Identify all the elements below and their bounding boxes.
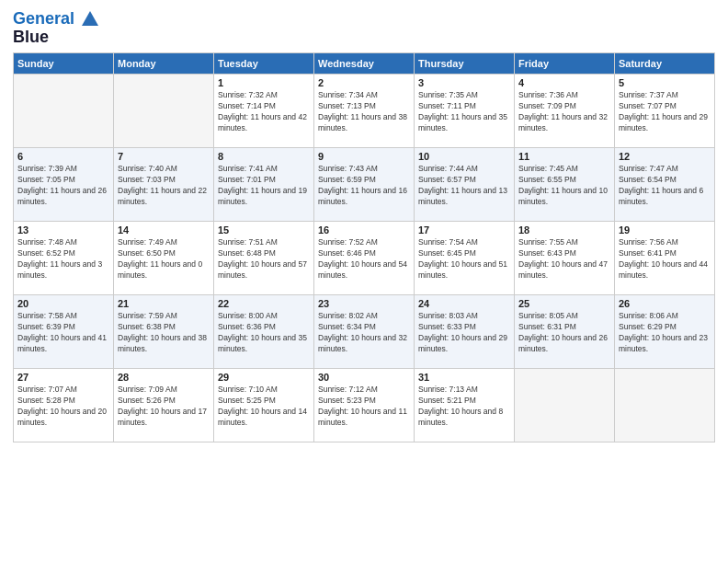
day-number: 30 <box>318 372 410 383</box>
calendar-cell: 4Sunrise: 7:36 AMSunset: 7:09 PMDaylight… <box>515 75 615 148</box>
logo-text: General <box>13 9 101 29</box>
day-number: 27 <box>17 372 109 383</box>
calendar-cell: 25Sunrise: 8:05 AMSunset: 6:31 PMDayligh… <box>515 295 615 369</box>
weekday-header-monday: Monday <box>114 53 214 75</box>
day-number: 21 <box>118 298 210 309</box>
weekday-header-sunday: Sunday <box>14 53 114 75</box>
svg-marker-0 <box>82 11 98 26</box>
calendar-cell: 3Sunrise: 7:35 AMSunset: 7:11 PMDaylight… <box>415 75 515 148</box>
day-number: 23 <box>318 298 410 309</box>
calendar-cell: 12Sunrise: 7:47 AMSunset: 6:54 PMDayligh… <box>615 148 715 222</box>
calendar-cell: 20Sunrise: 7:58 AMSunset: 6:39 PMDayligh… <box>14 295 114 369</box>
day-number: 5 <box>619 77 711 88</box>
calendar-cell: 6Sunrise: 7:39 AMSunset: 7:05 PMDaylight… <box>14 148 114 222</box>
day-detail: Sunrise: 8:03 AMSunset: 6:33 PMDaylight:… <box>418 311 510 355</box>
day-detail: Sunrise: 7:45 AMSunset: 6:55 PMDaylight:… <box>518 164 610 208</box>
weekday-header-friday: Friday <box>515 53 615 75</box>
page-container: General Blue SundayMondayTuesdayWednesda… <box>0 0 728 452</box>
day-number: 14 <box>118 224 210 236</box>
weekday-header-saturday: Saturday <box>615 53 715 75</box>
day-number: 6 <box>17 151 109 162</box>
day-number: 3 <box>418 77 510 88</box>
day-number: 31 <box>418 372 510 383</box>
day-detail: Sunrise: 7:51 AMSunset: 6:48 PMDaylight:… <box>218 237 310 282</box>
header: General Blue <box>13 9 715 47</box>
calendar-cell: 28Sunrise: 7:09 AMSunset: 5:26 PMDayligh… <box>114 369 214 442</box>
day-detail: Sunrise: 7:40 AMSunset: 7:03 PMDaylight:… <box>118 164 210 208</box>
calendar-cell: 16Sunrise: 7:52 AMSunset: 6:46 PMDayligh… <box>314 222 415 295</box>
weekday-header-wednesday: Wednesday <box>314 53 415 75</box>
calendar-cell <box>615 369 715 442</box>
day-detail: Sunrise: 8:00 AMSunset: 6:36 PMDaylight:… <box>218 311 310 355</box>
day-detail: Sunrise: 7:43 AMSunset: 6:59 PMDaylight:… <box>318 164 410 208</box>
calendar-week-4: 20Sunrise: 7:58 AMSunset: 6:39 PMDayligh… <box>14 295 715 369</box>
day-number: 20 <box>17 298 109 309</box>
day-number: 17 <box>418 224 510 236</box>
day-number: 2 <box>318 77 410 88</box>
calendar-week-2: 6Sunrise: 7:39 AMSunset: 7:05 PMDaylight… <box>14 148 715 222</box>
logo: General Blue <box>13 9 101 47</box>
calendar-table: SundayMondayTuesdayWednesdayThursdayFrid… <box>13 52 715 442</box>
calendar-cell: 30Sunrise: 7:12 AMSunset: 5:23 PMDayligh… <box>314 369 415 442</box>
day-number: 25 <box>518 298 610 309</box>
calendar-cell: 5Sunrise: 7:37 AMSunset: 7:07 PMDaylight… <box>615 75 715 148</box>
day-detail: Sunrise: 7:35 AMSunset: 7:11 PMDaylight:… <box>418 90 510 134</box>
day-detail: Sunrise: 8:02 AMSunset: 6:34 PMDaylight:… <box>318 311 410 355</box>
calendar-cell: 27Sunrise: 7:07 AMSunset: 5:28 PMDayligh… <box>14 369 114 442</box>
calendar-cell: 19Sunrise: 7:56 AMSunset: 6:41 PMDayligh… <box>615 222 715 295</box>
day-detail: Sunrise: 7:32 AMSunset: 7:14 PMDaylight:… <box>218 90 310 134</box>
day-number: 26 <box>619 298 711 309</box>
weekday-header-tuesday: Tuesday <box>214 53 314 75</box>
day-number: 16 <box>318 224 410 236</box>
day-detail: Sunrise: 7:52 AMSunset: 6:46 PMDaylight:… <box>318 237 410 282</box>
day-detail: Sunrise: 7:13 AMSunset: 5:21 PMDaylight:… <box>418 385 510 429</box>
calendar-cell: 23Sunrise: 8:02 AMSunset: 6:34 PMDayligh… <box>314 295 415 369</box>
day-number: 19 <box>619 224 711 236</box>
calendar-week-5: 27Sunrise: 7:07 AMSunset: 5:28 PMDayligh… <box>14 369 715 442</box>
logo-blue: Blue <box>13 28 101 47</box>
day-number: 12 <box>619 151 711 162</box>
day-number: 15 <box>218 224 310 236</box>
logo-icon <box>80 9 100 29</box>
day-detail: Sunrise: 7:44 AMSunset: 6:57 PMDaylight:… <box>418 164 510 208</box>
calendar-cell <box>114 75 214 148</box>
day-number: 4 <box>518 77 610 88</box>
day-number: 9 <box>318 151 410 162</box>
calendar-cell <box>515 369 615 442</box>
day-number: 11 <box>518 151 610 162</box>
day-detail: Sunrise: 8:05 AMSunset: 6:31 PMDaylight:… <box>518 311 610 355</box>
weekday-header-thursday: Thursday <box>415 53 515 75</box>
calendar-cell: 22Sunrise: 8:00 AMSunset: 6:36 PMDayligh… <box>214 295 314 369</box>
calendar-cell: 9Sunrise: 7:43 AMSunset: 6:59 PMDaylight… <box>314 148 415 222</box>
day-number: 28 <box>118 372 210 383</box>
calendar-cell: 31Sunrise: 7:13 AMSunset: 5:21 PMDayligh… <box>415 369 515 442</box>
day-number: 1 <box>218 77 310 88</box>
day-number: 10 <box>418 151 510 162</box>
day-detail: Sunrise: 7:10 AMSunset: 5:25 PMDaylight:… <box>218 385 310 429</box>
day-number: 13 <box>17 224 109 236</box>
calendar-cell: 8Sunrise: 7:41 AMSunset: 7:01 PMDaylight… <box>214 148 314 222</box>
day-detail: Sunrise: 7:39 AMSunset: 7:05 PMDaylight:… <box>17 164 109 208</box>
day-detail: Sunrise: 7:49 AMSunset: 6:50 PMDaylight:… <box>118 237 210 282</box>
day-detail: Sunrise: 7:12 AMSunset: 5:23 PMDaylight:… <box>318 385 410 429</box>
day-detail: Sunrise: 7:09 AMSunset: 5:26 PMDaylight:… <box>118 385 210 429</box>
calendar-cell: 10Sunrise: 7:44 AMSunset: 6:57 PMDayligh… <box>415 148 515 222</box>
day-number: 22 <box>218 298 310 309</box>
calendar-cell: 26Sunrise: 8:06 AMSunset: 6:29 PMDayligh… <box>615 295 715 369</box>
day-number: 8 <box>218 151 310 162</box>
calendar-cell: 1Sunrise: 7:32 AMSunset: 7:14 PMDaylight… <box>214 75 314 148</box>
day-number: 18 <box>518 224 610 236</box>
weekday-header-row: SundayMondayTuesdayWednesdayThursdayFrid… <box>14 53 715 75</box>
day-detail: Sunrise: 7:36 AMSunset: 7:09 PMDaylight:… <box>518 90 610 134</box>
calendar-cell: 15Sunrise: 7:51 AMSunset: 6:48 PMDayligh… <box>214 222 314 295</box>
day-detail: Sunrise: 8:06 AMSunset: 6:29 PMDaylight:… <box>619 311 711 355</box>
calendar-cell: 7Sunrise: 7:40 AMSunset: 7:03 PMDaylight… <box>114 148 214 222</box>
day-detail: Sunrise: 7:54 AMSunset: 6:45 PMDaylight:… <box>418 237 510 282</box>
calendar-cell: 2Sunrise: 7:34 AMSunset: 7:13 PMDaylight… <box>314 75 415 148</box>
day-number: 24 <box>418 298 510 309</box>
day-detail: Sunrise: 7:59 AMSunset: 6:38 PMDaylight:… <box>118 311 210 355</box>
day-detail: Sunrise: 7:48 AMSunset: 6:52 PMDaylight:… <box>17 237 109 282</box>
calendar-cell: 24Sunrise: 8:03 AMSunset: 6:33 PMDayligh… <box>415 295 515 369</box>
day-detail: Sunrise: 7:47 AMSunset: 6:54 PMDaylight:… <box>619 164 711 208</box>
calendar-cell: 29Sunrise: 7:10 AMSunset: 5:25 PMDayligh… <box>214 369 314 442</box>
